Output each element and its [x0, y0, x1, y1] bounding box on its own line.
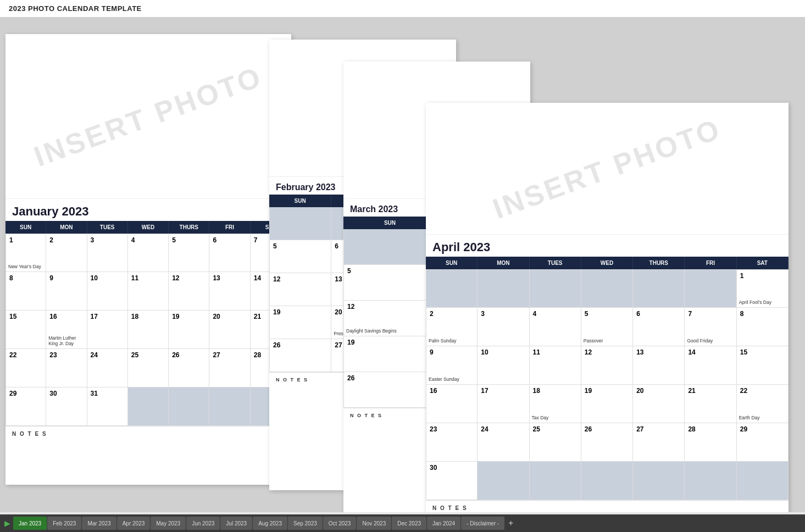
add-sheet-button[interactable]: + — [505, 518, 517, 528]
calendar-cell: 27 — [633, 423, 685, 462]
april-calendar-page: INSERT PHOTO April 2023 SUNMONTUESWEDTHU… — [426, 103, 789, 512]
tab-item[interactable]: Jun 2023 — [186, 517, 220, 530]
tab-item[interactable]: Jan 2023 — [13, 517, 47, 530]
app-header: 2023 PHOTO CALENDAR TEMPLATE — [0, 0, 805, 18]
cell-number: 12 — [585, 348, 629, 356]
day-header: TUES — [87, 221, 128, 234]
calendar-cell: 19 — [169, 311, 209, 349]
day-header: WED — [128, 221, 169, 234]
day-header: SUN — [426, 257, 478, 269]
cell-number: 30 — [430, 464, 474, 472]
calendar-cell — [530, 269, 581, 308]
cell-number: 16 — [49, 313, 83, 320]
holiday-label: Martin Luther King Jr. Day — [48, 335, 86, 346]
day-header: SAT — [737, 257, 789, 269]
photo-watermark: INSERT PHOTO — [30, 60, 267, 173]
calendar-cell: 18Tax Day — [530, 385, 581, 423]
calendar-cell: 13 — [633, 346, 685, 385]
tab-item[interactable]: Apr 2023 — [117, 517, 151, 530]
holiday-label: Earth Day — [739, 415, 760, 420]
tab-item[interactable]: Aug 2023 — [253, 517, 287, 530]
cell-number: 9 — [49, 274, 83, 282]
calendar-cell: 22 — [5, 349, 46, 387]
page-title: 2023 PHOTO CALENDAR TEMPLATE — [9, 4, 796, 13]
day-header: THURS — [633, 257, 685, 269]
cell-number: 10 — [91, 274, 124, 282]
cell-number: 28 — [688, 425, 732, 433]
cell-number: 7 — [688, 310, 732, 318]
calendar-cell: 27 — [209, 349, 250, 387]
day-header: MON — [478, 257, 529, 269]
april-title: April 2023 — [426, 235, 789, 257]
calendar-cell: 26 — [269, 339, 331, 372]
calendar-cell: 25 — [530, 423, 581, 462]
calendar-cell: 30 — [46, 387, 87, 426]
tab-item[interactable]: Nov 2023 — [357, 517, 391, 530]
calendar-cell — [685, 462, 736, 500]
calendar-cell: 1New Year's Day — [5, 234, 46, 272]
cell-number: 29 — [740, 425, 785, 433]
calendar-cell — [633, 462, 685, 500]
calendar-cell: 16Martin Luther King Jr. Day — [46, 311, 87, 349]
cell-number: 18 — [533, 387, 578, 395]
tab-item[interactable]: May 2023 — [151, 517, 186, 530]
cell-number: 12 — [273, 275, 327, 283]
cell-number: 8 — [740, 310, 785, 318]
calendar-cell: 31 — [87, 387, 128, 426]
tab-item[interactable]: Sep 2023 — [288, 517, 323, 530]
calendar-cell: 16 — [426, 385, 478, 423]
calendar-cell: 20 — [209, 311, 250, 349]
holiday-label: New Year's Day — [8, 264, 41, 269]
tab-scroll-left[interactable]: ▶ — [2, 519, 13, 528]
tab-item[interactable]: Mar 2023 — [82, 517, 116, 530]
calendar-cell: 15 — [737, 346, 789, 385]
cell-number: 2 — [49, 236, 83, 244]
january-day-headers: SUNMONTUESWEDTHURSFRISAT — [5, 221, 291, 234]
cell-number: 15 — [9, 313, 42, 320]
cell-number: 26 — [585, 425, 629, 433]
cell-number: 4 — [131, 236, 165, 244]
tab-item[interactable]: Jul 2023 — [220, 517, 252, 530]
calendar-cell: 12 — [269, 273, 331, 306]
cell-number: 11 — [131, 274, 165, 282]
calendar-cell — [633, 269, 685, 308]
cell-number: 1 — [740, 272, 785, 280]
calendar-cell — [269, 207, 331, 240]
day-header: THURS — [169, 221, 209, 234]
calendar-cell: 6 — [633, 308, 685, 346]
calendar-cell: 19 — [343, 336, 437, 372]
tab-item[interactable]: - Disclaimer - — [461, 517, 504, 530]
calendar-cell: 22Earth Day — [737, 385, 789, 423]
day-header: WED — [581, 257, 633, 269]
calendar-cell: 19 — [581, 385, 633, 423]
cell-number: 2 — [430, 310, 474, 318]
calendar-cell: 23 — [426, 423, 478, 462]
calendar-cell: 14 — [685, 346, 736, 385]
cell-number: 24 — [481, 425, 525, 433]
april-notes: N O T E S — [426, 500, 789, 512]
calendar-cell — [343, 229, 437, 265]
cell-number: 13 — [636, 348, 681, 356]
tab-item[interactable]: Jan 2024 — [427, 517, 460, 530]
calendar-cell: 21 — [685, 385, 736, 423]
holiday-label: Daylight Savings Begins — [346, 328, 397, 334]
january-grid: 1New Year's Day2345678910111213141516Mar… — [5, 234, 291, 426]
calendar-cell: 12 — [581, 346, 633, 385]
day-header: FRI — [685, 257, 736, 269]
calendar-cell: 4 — [530, 308, 581, 346]
cell-number: 10 — [481, 348, 525, 356]
tab-item[interactable]: Dec 2023 — [392, 517, 426, 530]
cell-number: 4 — [533, 310, 578, 318]
tab-item[interactable]: Feb 2023 — [47, 517, 81, 530]
cell-number: 25 — [131, 351, 165, 359]
cell-number: 31 — [91, 390, 124, 397]
january-title: January 2023 — [5, 199, 291, 221]
tab-item[interactable]: Oct 2023 — [323, 517, 357, 530]
calendar-cell: 19 — [269, 306, 331, 339]
cell-number: 26 — [172, 351, 206, 359]
day-header: SUN — [269, 195, 331, 207]
january-photo-area: INSERT PHOTO — [5, 34, 291, 199]
calendar-cell: 29 — [737, 423, 789, 462]
tab-bar: ▶ Jan 2023Feb 2023Mar 2023Apr 2023May 20… — [0, 514, 805, 532]
day-header: SUN — [5, 221, 46, 234]
